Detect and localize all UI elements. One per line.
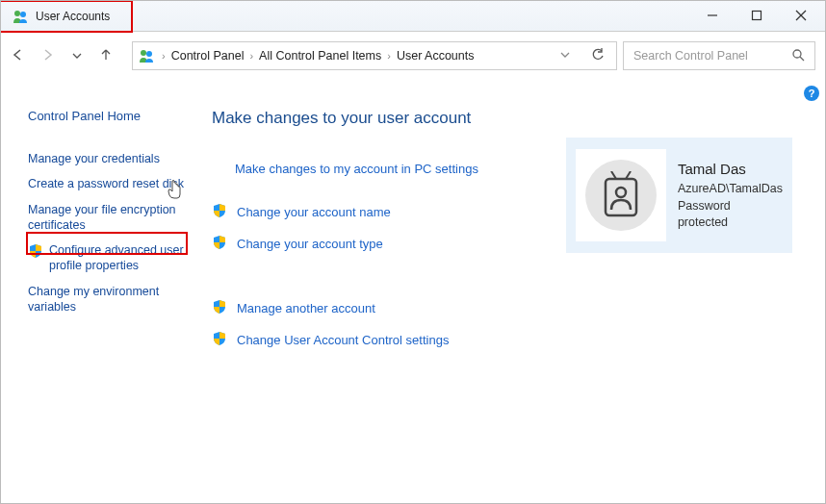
sidebar-link-reset-disk[interactable]: Create a password reset disk [28, 171, 189, 196]
user-name: Tamal Das [678, 159, 783, 179]
breadcrumb-item[interactable]: Control Panel [171, 49, 245, 63]
link-label: Make changes to my account in PC setting… [235, 162, 478, 176]
svg-point-8 [793, 50, 801, 58]
chevron-right-icon: › [162, 50, 166, 62]
refresh-button[interactable] [591, 48, 605, 64]
svg-point-13 [616, 188, 626, 197]
sidebar: Control Panel Home Manage your credentia… [1, 80, 198, 503]
shield-icon [212, 203, 227, 221]
user-accounts-icon [139, 49, 156, 63]
forward-button[interactable] [41, 48, 55, 64]
avatar-box [576, 149, 666, 241]
sidebar-link-advanced-profile[interactable]: Configure advanced user profile properti… [28, 238, 189, 279]
chevron-right-icon: › [387, 50, 391, 62]
minimize-button[interactable] [704, 9, 721, 24]
address-dropdown[interactable] [560, 49, 570, 63]
svg-point-1 [20, 12, 26, 17]
sidebar-link-file-encryption[interactable]: Manage your file encryption certificates [28, 197, 189, 239]
window-title: User Accounts [36, 10, 110, 23]
svg-line-9 [800, 57, 804, 61]
toolbar: › Control Panel › All Control Panel Item… [1, 32, 825, 80]
user-accounts-icon [13, 10, 30, 23]
chevron-right-icon: › [249, 50, 253, 62]
link-label: Manage another account [237, 301, 375, 315]
link-manage-another[interactable]: Manage another account [212, 292, 806, 324]
search-placeholder: Search Control Panel [633, 49, 748, 63]
sidebar-link-env-vars[interactable]: Change my environment variables [28, 279, 189, 320]
page-heading: Make changes to your user account [212, 109, 806, 128]
search-icon [791, 48, 805, 64]
sidebar-link-label: Configure advanced user profile properti… [49, 243, 184, 272]
link-label: Change your account type [237, 237, 383, 251]
svg-point-7 [146, 51, 152, 57]
search-input[interactable]: Search Control Panel [623, 41, 815, 70]
user-status: Password protected [678, 198, 783, 232]
sidebar-link-manage-credentials[interactable]: Manage your credentials [28, 146, 189, 171]
titlebar: User Accounts [1, 1, 825, 32]
recent-dropdown[interactable] [72, 48, 82, 63]
help-icon[interactable]: ? [804, 86, 819, 101]
maximize-button[interactable] [748, 9, 765, 24]
back-button[interactable] [11, 48, 24, 64]
main-content: ? Make changes to your user account Make… [198, 80, 825, 503]
svg-rect-3 [753, 11, 761, 19]
up-button[interactable] [99, 48, 113, 64]
shield-icon [212, 331, 227, 349]
link-uac-settings[interactable]: Change User Account Control settings [212, 324, 806, 356]
close-button[interactable] [792, 9, 810, 24]
address-bar[interactable]: › Control Panel › All Control Panel Item… [132, 41, 617, 70]
breadcrumb-item[interactable]: User Accounts [397, 49, 475, 63]
breadcrumb-item[interactable]: All Control Panel Items [259, 49, 381, 63]
link-label: Change your account name [237, 205, 391, 219]
user-card: Tamal Das AzureAD\TamalDas Password prot… [566, 138, 792, 253]
svg-point-0 [14, 11, 20, 16]
shield-icon [28, 243, 43, 263]
shield-icon [212, 299, 227, 317]
shield-icon [212, 235, 227, 253]
avatar-icon [585, 160, 657, 231]
svg-point-6 [141, 50, 146, 56]
control-panel-home-link[interactable]: Control Panel Home [28, 109, 189, 123]
link-label: Change User Account Control settings [237, 333, 449, 347]
user-domain: AzureAD\TamalDas [678, 181, 783, 198]
